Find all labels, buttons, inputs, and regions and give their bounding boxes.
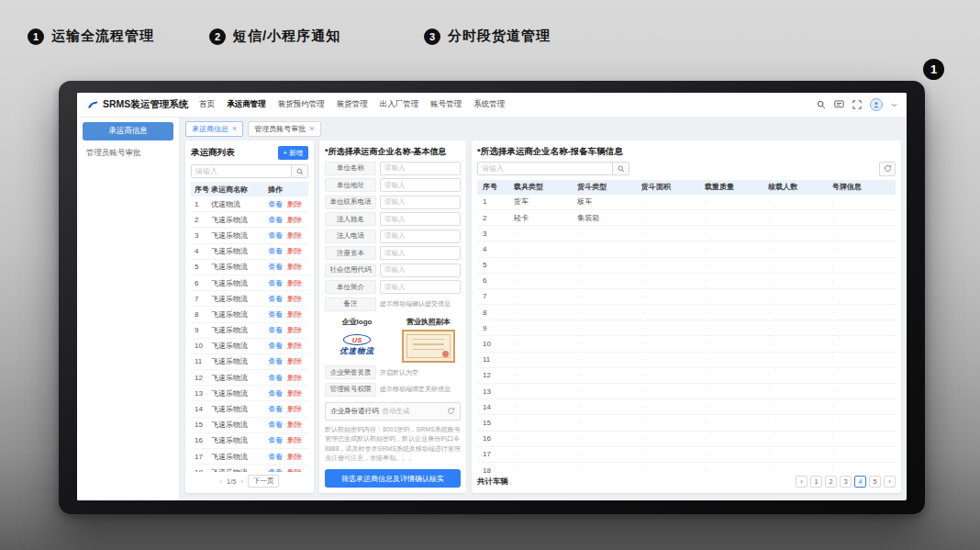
vehicle-search-input[interactable] bbox=[477, 162, 613, 175]
message-icon[interactable] bbox=[834, 100, 844, 109]
view-link[interactable]: 查看 bbox=[268, 309, 283, 320]
view-link[interactable]: 查看 bbox=[268, 404, 283, 414]
table-row: 4飞速乐物流查看删除 bbox=[191, 244, 308, 260]
view-link[interactable]: 查看 bbox=[268, 356, 283, 366]
chevron-down-icon[interactable] bbox=[891, 103, 897, 107]
field-input[interactable]: 请输入 bbox=[380, 212, 461, 226]
remark-note: 提示移动端确认提交信息 bbox=[380, 299, 461, 309]
confirm-carrier-info-button[interactable]: 筛选承运商信息及详情确认核实 bbox=[325, 469, 461, 488]
cell: · bbox=[768, 197, 831, 206]
cell: · bbox=[705, 276, 768, 285]
add-carrier-button[interactable]: + 新增 bbox=[278, 146, 308, 160]
business-license-image[interactable] bbox=[402, 330, 455, 363]
cell: 货车 bbox=[514, 196, 577, 207]
nav-item[interactable]: 首页 bbox=[199, 99, 215, 110]
close-icon[interactable]: × bbox=[232, 125, 237, 133]
nav-item[interactable]: 装货预约管理 bbox=[278, 99, 325, 110]
tab-chips: 承运商信息×管理员账号审批× bbox=[180, 118, 907, 139]
field-input[interactable]: 请输入 bbox=[380, 280, 461, 294]
carrier-search-input[interactable] bbox=[191, 164, 292, 178]
view-link[interactable]: 查看 bbox=[268, 435, 283, 445]
cell-index: 17 bbox=[477, 450, 514, 458]
sidebar-item[interactable]: 管理员账号审批 bbox=[77, 143, 179, 163]
delete-link[interactable]: 删除 bbox=[287, 388, 302, 398]
field-input[interactable]: 请输入 bbox=[380, 196, 461, 209]
view-link[interactable]: 查看 bbox=[268, 452, 283, 462]
field-input[interactable]: 请输入 bbox=[380, 246, 461, 260]
field-input[interactable]: 请输入 bbox=[380, 178, 461, 192]
delete-link[interactable]: 删除 bbox=[287, 325, 302, 335]
cell: · bbox=[705, 292, 768, 300]
delete-link[interactable]: 删除 bbox=[287, 420, 302, 430]
close-icon[interactable]: × bbox=[309, 125, 314, 133]
page-arrow-button[interactable]: › bbox=[884, 476, 896, 488]
field-input[interactable]: 请输入 bbox=[380, 162, 461, 175]
nav-item[interactable]: 出入厂管理 bbox=[380, 99, 419, 110]
view-link[interactable]: 查看 bbox=[268, 325, 283, 335]
cell: · bbox=[514, 371, 577, 379]
page-button[interactable]: 4 bbox=[854, 476, 866, 488]
field-input[interactable]: 请输入 bbox=[380, 230, 461, 243]
delete-link[interactable]: 删除 bbox=[287, 452, 302, 462]
vehicle-search-button[interactable] bbox=[613, 162, 629, 175]
cell-carrier-name: 飞速乐物流 bbox=[211, 356, 268, 366]
cell: · bbox=[577, 340, 640, 348]
delete-link[interactable]: 删除 bbox=[287, 246, 302, 256]
delete-link[interactable]: 删除 bbox=[287, 278, 302, 288]
delete-link[interactable]: 删除 bbox=[287, 435, 302, 445]
view-link[interactable]: 查看 bbox=[268, 215, 283, 225]
feature-label: 运输全流程管理 bbox=[51, 28, 154, 45]
field-input[interactable]: 请输入 bbox=[380, 264, 461, 277]
delete-link[interactable]: 删除 bbox=[287, 309, 302, 320]
delete-link[interactable]: 删除 bbox=[287, 294, 302, 304]
view-link[interactable]: 查看 bbox=[268, 294, 283, 304]
tab-chip[interactable]: 管理员账号审批× bbox=[248, 121, 320, 137]
delete-link[interactable]: 删除 bbox=[287, 356, 302, 366]
view-link[interactable]: 查看 bbox=[268, 388, 283, 398]
delete-link[interactable]: 删除 bbox=[287, 230, 302, 241]
page-arrow-button[interactable]: ‹ bbox=[796, 476, 807, 488]
cell: · bbox=[514, 276, 577, 285]
nav-item[interactable]: 装货管理 bbox=[337, 99, 368, 110]
view-link[interactable]: 查看 bbox=[268, 262, 283, 272]
account-row: 管理账号权限 提示移动端绑定关联信息 bbox=[325, 383, 461, 397]
vehicle-refresh-button[interactable] bbox=[879, 162, 896, 176]
carrier-search-button[interactable] bbox=[292, 164, 308, 178]
view-link[interactable]: 查看 bbox=[268, 230, 283, 241]
next-page-button[interactable]: › bbox=[240, 477, 243, 486]
form-field-row: 单位名称请输入 bbox=[325, 162, 461, 175]
delete-link[interactable]: 删除 bbox=[287, 341, 302, 351]
search-icon[interactable] bbox=[817, 100, 826, 109]
delete-link[interactable]: 删除 bbox=[287, 404, 302, 414]
fullscreen-icon[interactable] bbox=[852, 100, 862, 109]
sidebar-item[interactable]: 承运商信息 bbox=[83, 122, 173, 140]
page-button[interactable]: 2 bbox=[825, 476, 837, 488]
table-row: 4······ bbox=[477, 241, 896, 257]
page-button[interactable]: 3 bbox=[840, 476, 852, 488]
nav-item[interactable]: 账号管理 bbox=[430, 99, 462, 110]
cell: · bbox=[641, 466, 705, 473]
refresh-icon[interactable] bbox=[447, 407, 455, 415]
delete-link[interactable]: 删除 bbox=[287, 215, 302, 225]
table-row: 3······ bbox=[477, 226, 896, 241]
view-link[interactable]: 查看 bbox=[268, 341, 283, 351]
view-link[interactable]: 查看 bbox=[268, 199, 283, 209]
view-link[interactable]: 查看 bbox=[268, 278, 283, 288]
page-button[interactable]: 5 bbox=[869, 476, 881, 488]
view-link[interactable]: 查看 bbox=[268, 246, 283, 256]
view-link[interactable]: 查看 bbox=[268, 373, 283, 383]
column-header: 承运商名称 bbox=[211, 185, 268, 195]
company-logo-image[interactable]: US 优速物流 bbox=[325, 330, 389, 363]
delete-link[interactable]: 删除 bbox=[287, 199, 302, 209]
delete-link[interactable]: 删除 bbox=[287, 373, 302, 383]
prev-page-button[interactable]: ‹ bbox=[220, 477, 223, 486]
tab-chip[interactable]: 承运商信息× bbox=[185, 121, 243, 137]
cell: · bbox=[577, 450, 640, 458]
delete-link[interactable]: 删除 bbox=[287, 262, 302, 272]
next-page-label-button[interactable]: 下一页 bbox=[248, 475, 280, 488]
page-button[interactable]: 1 bbox=[810, 476, 822, 488]
nav-item[interactable]: 系统管理 bbox=[473, 99, 505, 110]
user-avatar[interactable] bbox=[870, 98, 883, 111]
view-link[interactable]: 查看 bbox=[268, 420, 283, 430]
nav-item[interactable]: 承运商管理 bbox=[227, 99, 266, 110]
